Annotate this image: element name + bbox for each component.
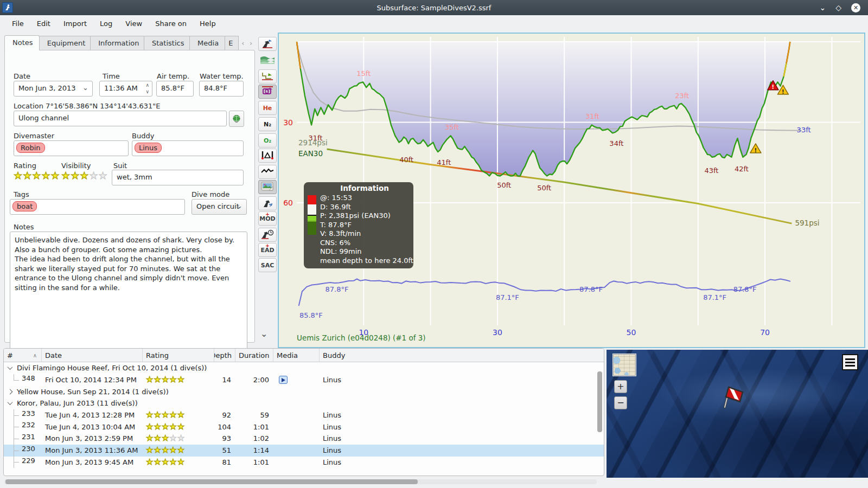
- menu-item-view[interactable]: View: [119, 17, 149, 30]
- visibility-stars[interactable]: ★★★★★: [61, 171, 107, 181]
- tab-notes[interactable]: Notes: [4, 35, 40, 50]
- dive-number: 231: [22, 433, 35, 441]
- column-header-media[interactable]: Media: [273, 349, 320, 362]
- dive-list-vertical-scrollbar[interactable]: [597, 364, 602, 472]
- column-header-date[interactable]: Date: [42, 349, 143, 362]
- toolbar-collapse-button[interactable]: ⌄: [260, 329, 267, 339]
- dive-buddy: Linus: [320, 411, 604, 419]
- ndl-icon: [261, 229, 274, 241]
- menu-item-file[interactable]: File: [5, 17, 30, 30]
- tab-e[interactable]: E: [225, 36, 239, 50]
- tab-equipment[interactable]: Equipment: [40, 36, 91, 50]
- dive-depth: 104: [214, 423, 235, 431]
- suit-input[interactable]: wet, 3mm: [112, 170, 244, 185]
- menu-item-help[interactable]: Help: [193, 17, 222, 30]
- trip-row[interactable]: Koror, Palau, Jun 2013 (11 dive(s)): [4, 397, 604, 409]
- expand-icon[interactable]: [8, 389, 13, 394]
- divemaster-input[interactable]: Robin: [14, 140, 129, 156]
- dive-row[interactable]: 229Mon Jun 3, 2013 9:45 AM★★★★★811:01Lin…: [4, 457, 604, 468]
- time-spinbox[interactable]: 11:36 AM ∧∨: [99, 81, 152, 97]
- divemaster-tag[interactable]: Robin: [16, 143, 45, 153]
- notes-textarea[interactable]: Unbelievable dive. Dozens and dozens of …: [10, 232, 247, 351]
- nitrogen-button[interactable]: N₂: [258, 117, 277, 131]
- star-filled-icon: ★: [146, 458, 154, 466]
- dive-row[interactable]: 348Fri Oct 10, 2014 12:34 PM★★★★★142:00L…: [4, 374, 604, 386]
- ndl-button[interactable]: [258, 228, 277, 242]
- depth-label-max: 34ft: [609, 139, 623, 147]
- air-temp-field[interactable]: 85.8°F: [156, 81, 194, 97]
- menu-item-log[interactable]: Log: [93, 17, 119, 30]
- menu-item-edit[interactable]: Edit: [30, 17, 57, 30]
- tab-information[interactable]: Information: [91, 36, 144, 50]
- map-zoom-in-button[interactable]: +: [614, 380, 627, 393]
- globe-button[interactable]: [229, 111, 244, 127]
- heartrate-button[interactable]: [258, 165, 277, 179]
- date-combobox[interactable]: Mon Jun 3, 2013⌄: [14, 81, 93, 97]
- media-icon[interactable]: [279, 376, 288, 384]
- ceiling-button[interactable]: [258, 196, 277, 210]
- star-filled-icon: ★: [154, 376, 161, 384]
- column-header-num[interactable]: #∧: [4, 349, 42, 362]
- waves-button[interactable]: [258, 53, 277, 67]
- collapse-icon[interactable]: [8, 364, 13, 370]
- location-input[interactable]: Ulong channel: [14, 111, 227, 126]
- depth-label-mean: 33ft: [797, 126, 811, 134]
- map-zoom-out-button[interactable]: −: [614, 396, 627, 409]
- suit-label: Suit: [113, 162, 127, 170]
- dive-profile-chart[interactable]: 30601030507031ft15ft40ft41ft35ft50ft50ft…: [278, 33, 865, 348]
- star-filled-icon: ★: [41, 171, 50, 181]
- nitrogen-icon: N₂: [264, 121, 271, 128]
- trip-row[interactable]: Divi Flamingo House Reef, Fri Oct 10, 20…: [4, 362, 604, 374]
- column-header-duration[interactable]: Duration: [235, 349, 273, 362]
- tags-input[interactable]: boat: [10, 199, 185, 215]
- buddy-tag[interactable]: Linus: [135, 143, 162, 153]
- menu-item-share-on[interactable]: Share on: [149, 17, 193, 30]
- menu-item-import[interactable]: Import: [57, 17, 93, 30]
- map-panel[interactable]: + −: [607, 350, 868, 478]
- sac-button[interactable]: SAC: [258, 258, 277, 272]
- map-overview-thumbnail[interactable]: [613, 354, 636, 376]
- dive-row[interactable]: 232Tue Jun 4, 2013 10:04 AM★★★★★1041:01L…: [4, 421, 604, 433]
- tag-pill[interactable]: boat: [12, 201, 37, 211]
- dive-list-horizontal-scrollbar[interactable]: [4, 479, 597, 484]
- dive-row[interactable]: 231Mon Jun 3, 2013 2:59 PM★★★★★931:02Lin…: [4, 433, 604, 445]
- water-temp-field[interactable]: 84.8°F: [199, 81, 244, 97]
- dive-row[interactable]: 230Mon Jun 3, 2013 11:36 AM★★★★★511:14Li…: [4, 445, 604, 457]
- rating-stars[interactable]: ★★★★★: [14, 171, 60, 181]
- minimize-icon[interactable]: ⌄: [819, 4, 826, 11]
- dive-duration: 1:14: [235, 446, 273, 454]
- close-icon[interactable]: ✕: [851, 3, 860, 12]
- photos-button[interactable]: [258, 180, 277, 194]
- column-header-depth[interactable]: Depth: [214, 349, 235, 362]
- buddy-input[interactable]: Linus: [132, 140, 244, 156]
- dive-row[interactable]: 233Tue Jun 4, 2013 12:28 PM★★★★★9259Linu…: [4, 409, 604, 421]
- profile-scale-button[interactable]: [258, 69, 277, 84]
- column-header-rating[interactable]: Rating: [143, 349, 214, 362]
- collapse-icon[interactable]: [8, 400, 13, 406]
- tab-scroll-right[interactable]: ›: [247, 36, 255, 50]
- maximize-icon[interactable]: ◇: [835, 4, 841, 11]
- ead-button[interactable]: EAD+: [258, 243, 277, 257]
- dive-computer-button[interactable]: [258, 37, 277, 51]
- trip-row[interactable]: Yellow House, Sun Sep 21, 2014 (1 dive(s…: [4, 386, 604, 397]
- tab-scroll-left[interactable]: ‹: [239, 36, 247, 50]
- depth-label-min: 15ft: [356, 69, 371, 78]
- water-temp-label: Water temp.: [200, 72, 244, 80]
- column-header-buddy[interactable]: Buddy: [320, 349, 604, 362]
- temperature-label: 87.1°F: [703, 293, 726, 301]
- star-filled-icon: ★: [146, 423, 154, 431]
- title-bar: Subsurface: SampleDivesV2.ssrf ⌄ ◇ ✕: [0, 0, 868, 15]
- map-menu-button[interactable]: [842, 354, 858, 370]
- mod-button[interactable]: MOD+: [258, 211, 277, 226]
- tab-media[interactable]: Media: [190, 36, 225, 50]
- dive-flag-marker[interactable]: [719, 383, 744, 411]
- dc-clock-button[interactable]: [258, 85, 277, 99]
- spinbox-arrows-icon[interactable]: ∧∨: [145, 82, 149, 95]
- dive-mode-combobox[interactable]: Open circuit⌄: [192, 199, 247, 215]
- helium-button[interactable]: He: [258, 101, 277, 115]
- dive-duration: 1:01: [235, 458, 273, 466]
- ruler-button[interactable]: [258, 149, 277, 163]
- dive-info-panel: NotesEquipmentInformationStatisticsMedia…: [4, 34, 255, 343]
- tab-statistics[interactable]: Statistics: [144, 36, 190, 50]
- oxygen-button[interactable]: O₂: [258, 133, 277, 147]
